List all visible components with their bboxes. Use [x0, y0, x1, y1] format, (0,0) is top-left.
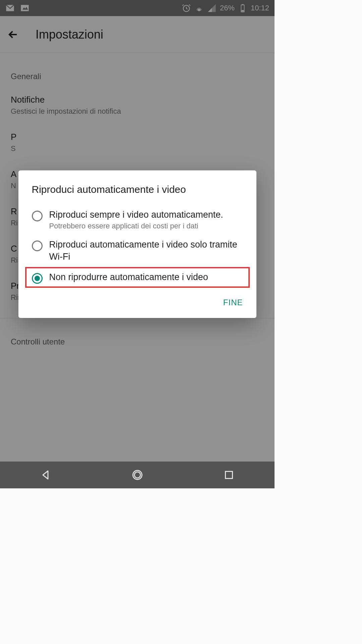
radio-label: Non riprodurre automaticamente i video: [49, 271, 243, 283]
radio-label: Riproduci sempre i video automaticamente…: [49, 209, 243, 221]
radio-option-wifi[interactable]: Riproduci automaticamente i video solo t…: [18, 234, 256, 267]
radio-icon: [32, 240, 43, 251]
radio-sublabel: Potrebbero essere applicati dei costi pe…: [49, 222, 243, 230]
svg-rect-9: [225, 472, 232, 479]
nav-home-icon[interactable]: [131, 469, 143, 481]
radio-option-never[interactable]: Non riprodurre automaticamente i video: [32, 271, 243, 284]
nav-recent-icon[interactable]: [223, 469, 235, 481]
done-button[interactable]: FINE: [223, 298, 243, 307]
navigation-bar: [0, 462, 275, 488]
radio-icon: [32, 211, 43, 221]
autoplay-dialog: Riproduci automaticamente i video Riprod…: [18, 170, 256, 318]
radio-option-always[interactable]: Riproduci sempre i video automaticamente…: [18, 205, 256, 234]
dialog-overlay[interactable]: Riproduci automaticamente i video Riprod…: [0, 0, 275, 488]
svg-point-8: [134, 472, 140, 478]
highlight-annotation: Non riprodurre automaticamente i video: [25, 267, 250, 288]
radio-label: Riproduci automaticamente i video solo t…: [49, 238, 243, 263]
dialog-title: Riproduci automaticamente i video: [18, 184, 256, 195]
nav-back-icon[interactable]: [40, 469, 52, 481]
radio-icon-selected: [32, 273, 43, 284]
